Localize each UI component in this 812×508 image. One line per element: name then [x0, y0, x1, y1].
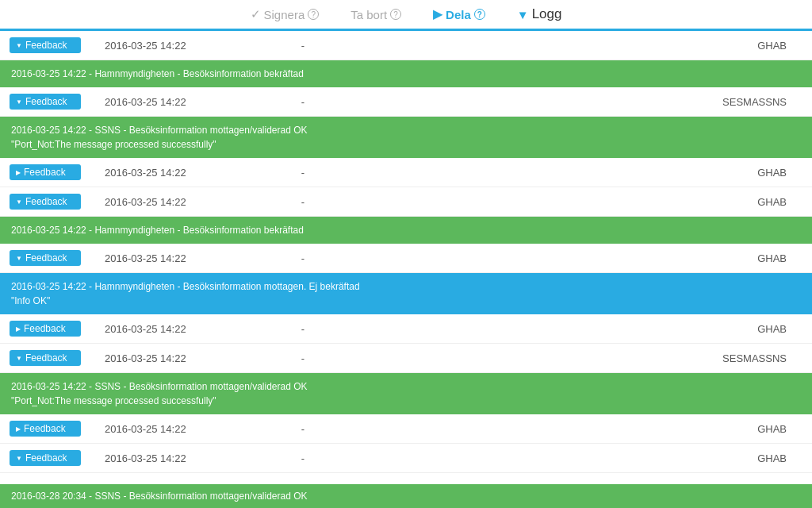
- org-col: GHAB: [343, 40, 802, 52]
- feedback-label: Feedback: [25, 352, 67, 364]
- table-row: ▶ Feedback 2016-03-25 14:22 - GHAB: [0, 414, 812, 444]
- detail-line1: 2016-03-25 14:22 - SSNS - Besöksinformat…: [11, 123, 801, 137]
- dash-col: -: [263, 323, 343, 335]
- feedback-button[interactable]: ▶ Feedback: [10, 164, 81, 180]
- feedback-col: ▼ Feedback: [10, 350, 105, 366]
- detail-row: 2016-03-25 14:22 - Hamnmyndigheten - Bes…: [0, 60, 812, 87]
- date-col: 2016-03-25 14:22: [105, 452, 263, 464]
- org-col: GHAB: [343, 423, 802, 435]
- feedback-label: Feedback: [25, 252, 67, 264]
- dash-col: -: [263, 423, 343, 435]
- date-col: 2016-03-25 14:22: [105, 423, 263, 435]
- feedback-col: ▶ Feedback: [10, 321, 105, 337]
- date-col: 2016-03-25 14:22: [105, 352, 263, 364]
- org-col: GHAB: [343, 196, 802, 208]
- detail-line2: "Port_Not:The message processed successf…: [11, 137, 801, 152]
- detail-line1: 2016-03-25 14:22 - Hamnmyndigheten - Bes…: [11, 67, 801, 81]
- detail-row: 2016-03-25 14:22 - SSNS - Besöksinformat…: [0, 117, 812, 158]
- feedback-label: Feedback: [25, 452, 67, 464]
- org-col: GHAB: [343, 452, 802, 464]
- dela-arrow-icon: ▶: [433, 7, 442, 21]
- triangle-icon: ▼: [16, 42, 22, 49]
- bottom-bar: 2016-03-28 20:34 - SSNS - Besöksinformat…: [0, 484, 812, 508]
- feedback-col: ▼ Feedback: [10, 450, 105, 466]
- dash-col: -: [263, 96, 343, 108]
- detail-row: 2016-03-25 14:22 - Hamnmyndigheten - Bes…: [0, 273, 812, 314]
- content-area: ▼ Feedback 2016-03-25 14:22 - GHAB 2016-…: [0, 31, 812, 502]
- feedback-label: Feedback: [24, 323, 66, 334]
- feedback-button[interactable]: ▶ Feedback: [10, 321, 81, 337]
- triangle-icon: ▼: [16, 198, 22, 206]
- check-icon: ✓: [251, 7, 261, 21]
- dash-col: -: [263, 352, 343, 364]
- feedback-button[interactable]: ▼ Feedback: [10, 194, 81, 210]
- feedback-button[interactable]: ▼ Feedback: [10, 350, 81, 366]
- date-col: 2016-03-25 14:22: [105, 40, 263, 52]
- dela-help-icon[interactable]: ?: [474, 9, 485, 20]
- detail-line1: 2016-03-25 14:22 - Hamnmyndigheten - Bes…: [11, 223, 801, 237]
- org-col: SESMASSNS: [343, 352, 802, 364]
- detail-line1: 2016-03-25 14:22 - Hamnmyndigheten - Bes…: [11, 279, 801, 294]
- org-col: GHAB: [343, 252, 802, 264]
- ta-bort-label: Ta bort: [350, 8, 387, 21]
- feedback-button[interactable]: ▼ Feedback: [10, 37, 81, 53]
- feedback-button[interactable]: ▼ Feedback: [10, 94, 81, 110]
- signera-button[interactable]: ✓ Signera ?: [251, 7, 320, 21]
- triangle-icon: ▼: [16, 98, 22, 106]
- detail-row: 2016-03-25 14:22 - Hamnmyndigheten - Bes…: [0, 217, 812, 244]
- feedback-label: Feedback: [25, 96, 67, 107]
- table-row: ▼ Feedback 2016-03-25 14:22 - GHAB: [0, 31, 812, 60]
- feedback-button[interactable]: ▶ Feedback: [10, 421, 81, 437]
- toolbar: ✓ Signera ? Ta bort ? ▶ Dela ? ▼ Logg: [0, 0, 812, 31]
- detail-line1: 2016-03-25 14:22 - SSNS - Besöksinformat…: [11, 379, 801, 394]
- feedback-label: Feedback: [25, 196, 67, 207]
- dela-button[interactable]: ▶ Dela ?: [433, 7, 485, 21]
- table-row: ▼ Feedback 2016-03-25 14:22 - GHAB: [0, 444, 812, 473]
- date-col: 2016-03-25 14:22: [105, 323, 263, 335]
- org-col: GHAB: [343, 323, 802, 335]
- bottom-bar-text: 2016-03-28 20:34 - SSNS - Besöksinformat…: [11, 491, 308, 502]
- dash-col: -: [263, 452, 343, 464]
- dela-label: Dela: [446, 8, 471, 21]
- org-col: GHAB: [343, 167, 802, 179]
- logg-label: Logg: [532, 6, 562, 22]
- feedback-button[interactable]: ▼ Feedback: [10, 250, 81, 266]
- table-row: ▶ Feedback 2016-03-25 14:22 - GHAB: [0, 314, 812, 344]
- org-col: SESMASSNS: [343, 96, 802, 108]
- feedback-label: Feedback: [24, 167, 66, 178]
- logg-button[interactable]: ▼ Logg: [517, 6, 562, 22]
- ta-bort-help-icon[interactable]: ?: [390, 9, 401, 20]
- signera-label: Signera: [264, 8, 305, 21]
- table-row: ▼ Feedback 2016-03-25 14:22 - GHAB: [0, 244, 812, 273]
- triangle-icon: ▶: [16, 169, 21, 176]
- feedback-button[interactable]: ▼ Feedback: [10, 450, 81, 466]
- triangle-icon: ▼: [16, 255, 22, 262]
- triangle-icon: ▶: [16, 325, 21, 333]
- date-col: 2016-03-25 14:22: [105, 96, 263, 108]
- table-row: ▼ Feedback 2016-03-25 14:22 - SESMASSNS: [0, 344, 812, 373]
- date-col: 2016-03-25 14:22: [105, 252, 263, 264]
- table-row: ▶ Feedback 2016-03-25 14:22 - GHAB: [0, 158, 812, 187]
- triangle-icon: ▶: [16, 425, 21, 433]
- dash-col: -: [263, 196, 343, 208]
- detail-line2: "Info OK": [11, 294, 801, 308]
- table-row: ▼ Feedback 2016-03-25 14:22 - SESMASSNS: [0, 87, 812, 117]
- date-col: 2016-03-25 14:22: [105, 196, 263, 208]
- ta-bort-button[interactable]: Ta bort ?: [350, 8, 401, 21]
- date-col: 2016-03-25 14:22: [105, 167, 263, 179]
- feedback-col: ▶ Feedback: [10, 164, 105, 180]
- feedback-label: Feedback: [25, 40, 67, 51]
- triangle-icon: ▼: [16, 455, 22, 462]
- feedback-col: ▼ Feedback: [10, 194, 105, 210]
- dash-col: -: [263, 252, 343, 264]
- detail-row: 2016-03-25 14:22 - SSNS - Besöksinformat…: [0, 373, 812, 414]
- feedback-label: Feedback: [24, 423, 66, 434]
- table-row: ▼ Feedback 2016-03-25 14:22 - GHAB: [0, 187, 812, 217]
- feedback-col: ▶ Feedback: [10, 421, 105, 437]
- signera-help-icon[interactable]: ?: [308, 9, 319, 20]
- detail-line2: "Port_Not:The message processed successf…: [11, 394, 801, 408]
- feedback-col: ▼ Feedback: [10, 37, 105, 53]
- triangle-icon: ▼: [16, 355, 22, 362]
- dash-col: -: [263, 40, 343, 52]
- logg-dropdown-icon: ▼: [517, 8, 529, 21]
